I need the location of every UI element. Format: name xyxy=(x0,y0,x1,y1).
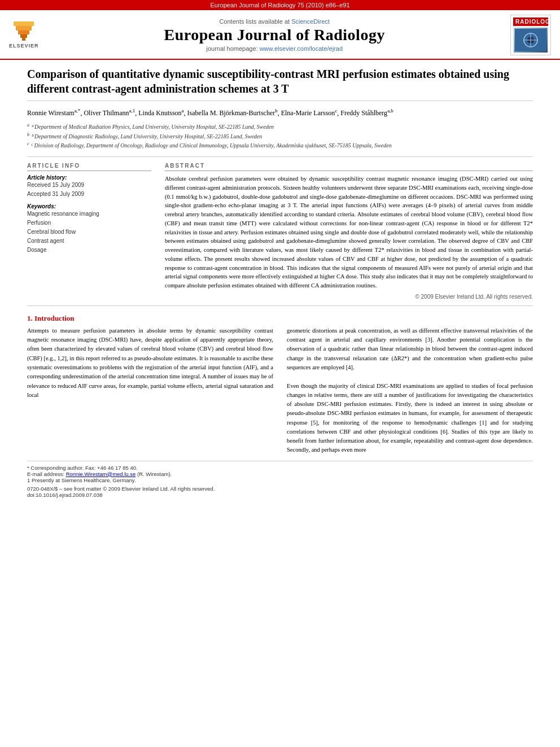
keyword-3: Cerebral blood flow xyxy=(27,228,151,237)
section1-body: Attempts to measure perfusion parameters… xyxy=(27,326,533,455)
journal-header: ELSEVIER Contents lists available at Sci… xyxy=(0,10,560,60)
footnote-corresponding: * Corresponding author. Fax: +46 46 17 8… xyxy=(27,465,533,471)
svg-rect-1 xyxy=(20,34,27,38)
section1-left: Attempts to measure perfusion parameters… xyxy=(27,326,273,455)
journal-header-center: Contents lists available at ScienceDirec… xyxy=(39,18,510,52)
section1-title: 1. Introduction xyxy=(27,314,533,323)
radiology-logo-box: RADIOLOGY xyxy=(510,15,551,55)
radiology-label: RADIOLOGY xyxy=(513,18,548,26)
copyright-footer: 0720-048X/$ – see front matter © 2009 El… xyxy=(27,486,533,498)
article-history: Article history: Received 15 July 2009 A… xyxy=(27,174,151,199)
keyword-5: Dosage xyxy=(27,246,151,255)
abstract-header: ABSTRACT xyxy=(165,163,533,171)
top-bar: European Journal of Radiology 75 (2010) … xyxy=(0,0,560,10)
keywords-section: Keywords: Magnetic resonance imaging Per… xyxy=(27,203,151,255)
affiliations: a ᵃ Department of Medical Radiation Phys… xyxy=(27,122,533,150)
footnote-1: 1 Presently at Siemens Healthcare, Germa… xyxy=(27,477,533,483)
article-info-col: ARTICLE INFO Article history: Received 1… xyxy=(27,163,151,300)
radiology-image xyxy=(514,28,548,53)
sciencedirect-line: Contents lists available at ScienceDirec… xyxy=(39,18,510,25)
keyword-2: Perfusion xyxy=(27,219,151,228)
keywords-label: Keywords: xyxy=(27,203,151,209)
svg-rect-2 xyxy=(18,30,29,34)
footnote-email: E-mail address: Ronnie.Wirestam@med.lu.s… xyxy=(27,471,533,477)
received-date: Received 15 July 2009 xyxy=(27,181,151,190)
abstract-text: Absolute cerebral perfusion parameters w… xyxy=(165,174,533,290)
abstract-col: ABSTRACT Absolute cerebral perfusion par… xyxy=(165,163,533,300)
article-info-header: ARTICLE INFO xyxy=(27,163,151,171)
keyword-1: Magnetic resonance imaging xyxy=(27,209,151,219)
elsevier-name: ELSEVIER xyxy=(9,43,39,49)
journal-title: European Journal of Radiology xyxy=(39,26,510,44)
main-content: Comparison of quantitative dynamic susce… xyxy=(0,60,560,505)
section1-right: geometric distortions at peak concentrat… xyxy=(287,326,533,455)
svg-rect-4 xyxy=(14,21,34,26)
journal-citation: European Journal of Radiology 75 (2010) … xyxy=(210,2,349,8)
authors: Ronnie Wirestama,*, Oliver Thilmanna,1, … xyxy=(27,107,533,119)
svg-rect-3 xyxy=(16,25,32,30)
section1-right-text2: Even though the majority of clinical DSC… xyxy=(287,382,533,455)
sciencedirect-link[interactable]: ScienceDirect xyxy=(291,18,330,25)
copyright: © 2009 Elsevier Ireland Ltd. All rights … xyxy=(165,294,533,300)
article-info-abstract: ARTICLE INFO Article history: Received 1… xyxy=(27,163,533,300)
accepted-date: Accepted 31 July 2009 xyxy=(27,190,151,199)
divider xyxy=(27,156,533,157)
journal-homepage: journal homepage: www.elsevier.com/locat… xyxy=(39,45,510,52)
footnote-area: * Corresponding author. Fax: +46 46 17 8… xyxy=(27,461,533,498)
divider-2 xyxy=(27,305,533,306)
article-title: Comparison of quantitative dynamic susce… xyxy=(27,67,533,101)
keyword-4: Contrast agent xyxy=(27,237,151,246)
elsevier-logo: ELSEVIER xyxy=(9,21,39,49)
email-link[interactable]: Ronnie.Wirestam@med.lu.se xyxy=(66,471,136,477)
section1-left-text: Attempts to measure perfusion parameters… xyxy=(27,326,273,400)
section1-right-text: geometric distortions at peak concentrat… xyxy=(287,326,533,372)
homepage-url[interactable]: www.elsevier.com/locate/ejrad xyxy=(260,45,343,52)
history-label: Article history: xyxy=(27,174,151,181)
